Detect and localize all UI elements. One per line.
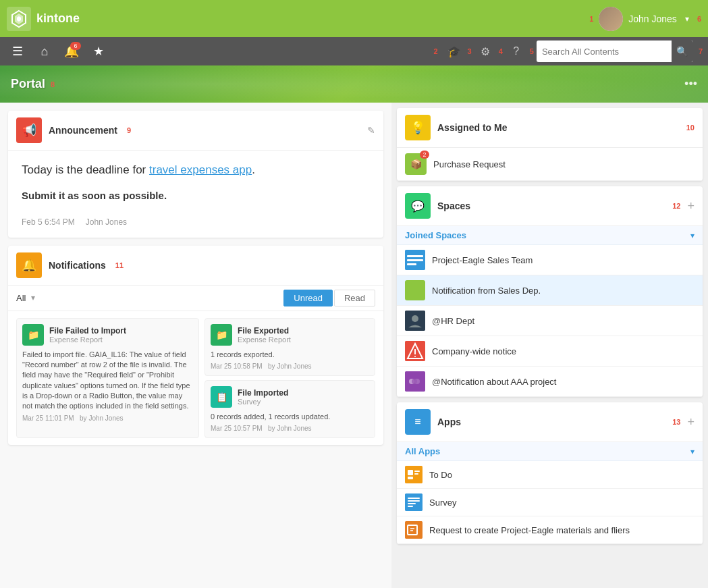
all-apps-chevron-icon: ▾ — [690, 447, 695, 456]
file-icon: 📁 — [28, 329, 39, 340]
notif-item-1-subtitle: Expense Report — [49, 336, 126, 344]
notif-item-1-meta: Mar 25 11:01 PM by John Jones — [22, 415, 193, 422]
notif-item-1-header: 📁 File Failed to Import Expense Report — [22, 324, 193, 346]
apps-widget-title: Apps — [437, 417, 665, 427]
user-avatar-img — [599, 7, 623, 31]
notif-item-1-title: File Failed to Import — [49, 326, 126, 336]
kintone-logo-icon — [7, 7, 31, 31]
space-item-hr[interactable]: @HR Dept — [397, 306, 703, 336]
svg-point-17 — [412, 379, 417, 384]
joined-spaces-label: Joined Spaces — [405, 230, 690, 240]
announcement-card-header: 📢 Announcement 9 ✎ — [8, 111, 383, 151]
list-icon: 📋 — [216, 392, 227, 402]
announcement-link[interactable]: travel expenses app — [149, 163, 252, 176]
all-apps-label: All Apps — [405, 446, 690, 456]
app-item-todo[interactable]: To Do — [397, 461, 703, 489]
hr-space-thumb — [405, 311, 425, 331]
space-item-eagle[interactable]: Project-Eagle Sales Team — [397, 245, 703, 275]
learn-icon[interactable]: 🎓 — [443, 41, 465, 62]
assigned-widget-title: Assigned to Me — [437, 122, 680, 133]
assigned-item-purchase[interactable]: 📦 2 Purchase Request — [397, 148, 703, 181]
svg-point-9 — [412, 315, 418, 322]
star-icon: ★ — [93, 44, 104, 59]
ref-4: 4 — [499, 47, 503, 55]
user-avatar — [599, 7, 623, 31]
chat-icon: 💬 — [411, 200, 425, 213]
notif-item-1-body: Failed to import file. GAIA_IL16: The va… — [22, 350, 193, 412]
gear-icon: ⚙ — [481, 45, 490, 58]
company-space-thumb — [405, 341, 425, 361]
notif-item-2-title: File Exported — [238, 326, 291, 336]
announcement-edit-icon[interactable]: ✎ — [367, 125, 375, 136]
survey-app-thumb — [405, 493, 423, 511]
purchase-request-label: Purchase Request — [433, 159, 506, 169]
tab-unread[interactable]: Unread — [283, 290, 333, 306]
ref-5: 5 — [530, 47, 534, 55]
project-eagle-app-thumb — [405, 521, 423, 539]
survey-app-label: Survey — [429, 498, 456, 508]
main-content: 📢 Announcement 9 ✎ Today is the deadline… — [0, 103, 708, 588]
home-icon[interactable]: ⌂ — [32, 39, 57, 63]
notif-item-3-title: File Imported — [238, 388, 288, 398]
app-item-project-eagle[interactable]: Request to create Project-Eagle material… — [397, 516, 703, 544]
logo-text: kintone — [36, 11, 80, 26]
user-menu-chevron-icon[interactable]: ▾ — [685, 14, 689, 24]
svg-point-13 — [414, 356, 416, 357]
announcement-user: John Jones — [86, 217, 127, 227]
apps-add-button[interactable]: + — [687, 415, 695, 429]
purchase-badge: 2 — [420, 151, 429, 159]
apps-widget-header: ≡ Apps 13 + — [397, 402, 703, 442]
spaces-add-button[interactable]: + — [687, 199, 695, 213]
announcement-title: Announcement — [49, 125, 117, 136]
export-icon: 📁 — [216, 329, 227, 340]
notif-item-3-titles: File Imported Survey — [238, 388, 288, 406]
spaces-widget-title: Spaces — [437, 201, 665, 211]
sales-space-thumb — [405, 280, 425, 300]
announcement-meta: Feb 5 6:54 PM John Jones — [8, 212, 383, 238]
apps-icon: ≡ — [405, 409, 431, 435]
eagle-space-label: Project-Eagle Sales Team — [432, 255, 533, 265]
ref-11: 11 — [115, 261, 124, 269]
notif-item-1: 📁 File Failed to Import Expense Report F… — [16, 318, 199, 439]
notifications-title: Notifications — [49, 260, 106, 271]
filter-chevron-icon[interactable]: ▾ — [31, 293, 35, 302]
filter-all-label[interactable]: All — [16, 293, 26, 303]
notif-item-2-titles: File Exported Expense Report — [238, 326, 291, 344]
ref-6: 6 — [697, 15, 701, 23]
app-item-survey[interactable]: Survey — [397, 489, 703, 516]
space-item-aaa[interactable]: @Notification about AAA project — [397, 367, 703, 397]
favorites-icon[interactable]: ★ — [86, 39, 111, 63]
svg-rect-21 — [414, 471, 420, 472]
notif-item-2-icon: 📁 — [211, 324, 232, 346]
user-area[interactable]: John Jones ▾ 6 — [599, 7, 701, 31]
tab-read[interactable]: Read — [334, 290, 375, 306]
notif-item-1-titles: File Failed to Import Expense Report — [49, 326, 126, 344]
menu-icon[interactable]: ☰ — [5, 39, 30, 63]
left-panel: 📢 Announcement 9 ✎ Today is the deadline… — [0, 103, 391, 588]
project-eagle-app-label: Request to create Project-Eagle material… — [429, 525, 630, 535]
aaa-space-thumb — [405, 371, 425, 392]
apps-widget: ≡ Apps 13 + All Apps ▾ To Do Survey — [397, 402, 703, 544]
graduation-icon: 🎓 — [447, 45, 461, 58]
search-button[interactable]: 🔍 — [672, 41, 693, 62]
ref-2: 2 — [433, 47, 437, 55]
all-apps-collapse[interactable]: All Apps ▾ — [397, 442, 703, 461]
top-header: kintone 1 John Jones ▾ 6 — [0, 0, 708, 37]
notif-item-3-meta: Mar 25 10:57 PM by John Jones — [211, 425, 369, 432]
ref-8: 8 — [51, 80, 55, 88]
svg-rect-7 — [407, 263, 416, 265]
ref-13: 13 — [672, 418, 680, 426]
portal-menu-icon[interactable]: ••• — [684, 77, 697, 91]
joined-spaces-collapse[interactable]: Joined Spaces ▾ — [397, 226, 703, 245]
notifications-icon[interactable]: 🔔 6 — [59, 39, 84, 63]
help-icon[interactable]: ? — [506, 41, 527, 62]
space-item-company[interactable]: Company-wide notice — [397, 336, 703, 367]
notifications-card-header: 🔔 Notifications 11 — [8, 246, 383, 286]
search-input[interactable] — [537, 43, 672, 60]
lightbulb-icon: 💡 — [410, 120, 425, 135]
space-item-sales[interactable]: Notification from Sales Dep. — [397, 275, 703, 306]
portal-title: Portal — [11, 77, 45, 91]
purchase-request-icon: 📦 2 — [405, 153, 427, 175]
notification-badge: 6 — [70, 42, 81, 50]
settings-icon[interactable]: ⚙ — [474, 41, 496, 62]
